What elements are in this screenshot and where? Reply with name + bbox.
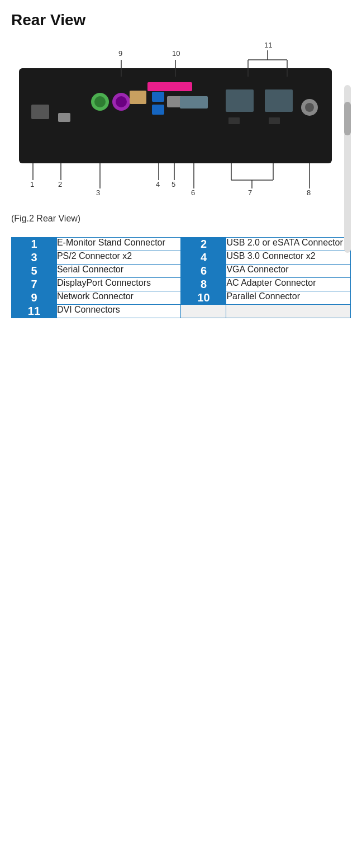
row-2-right-label: USB 3.0 Connector x2 [226,251,351,265]
svg-text:11: 11 [264,41,272,49]
row-5-left-num: 9 [12,291,57,305]
row-1-left-num: 1 [12,238,57,251]
svg-text:10: 10 [172,49,180,58]
row-5-left-label: Network Connector [56,291,181,305]
svg-rect-20 [226,89,254,112]
svg-rect-17 [147,82,192,91]
fig-caption: (Fig.2 Rear View) [11,214,351,224]
connector-table: 1E-Monitor Stand Connector2USB 2.0 or eS… [11,237,351,318]
svg-rect-26 [58,113,70,122]
svg-text:4: 4 [156,180,160,188]
svg-rect-27 [31,105,49,119]
row-1-left-label: E-Monitor Stand Connector [56,238,181,251]
svg-rect-14 [130,91,146,104]
row-1-right-label: USB 2.0 or eSATA Connector [226,238,351,251]
svg-rect-23 [269,117,280,124]
svg-text:1: 1 [30,180,34,188]
rear-view-diagram: 9 10 11 [13,40,349,197]
row-4-right-label: AC Adapter Connector [226,278,351,291]
row-1-right-num: 2 [181,238,226,251]
row-2-left-num: 3 [12,251,57,265]
row-4-left-label: DisplayPort Connectors [56,278,181,291]
row-6-right-label [226,305,351,318]
row-3-right-label: VGA Connector [226,265,351,278]
row-3-left-num: 5 [12,265,57,278]
row-3-right-num: 6 [181,265,226,278]
row-3-left-label: Serial Connector [56,265,181,278]
svg-text:5: 5 [172,180,175,188]
page-title: Rear View [11,11,351,29]
svg-point-11 [94,96,106,107]
svg-text:8: 8 [307,188,311,197]
svg-point-13 [116,96,127,107]
svg-text:2: 2 [58,180,62,188]
row-4-right-num: 8 [181,278,226,291]
svg-rect-21 [265,89,293,112]
svg-rect-15 [152,92,164,102]
svg-text:6: 6 [191,188,195,197]
svg-text:7: 7 [248,188,252,197]
row-6-left-label: DVI Connectors [56,305,181,318]
svg-text:9: 9 [118,49,122,58]
row-5-right-num: 10 [181,291,226,305]
row-2-right-num: 4 [181,251,226,265]
svg-rect-19 [180,96,208,108]
diagram-container: 9 10 11 [11,40,351,197]
row-6-right-num [181,305,226,318]
svg-rect-22 [228,117,240,124]
scrollbar-thumb[interactable] [344,102,351,135]
row-4-left-num: 7 [12,278,57,291]
svg-rect-16 [152,105,164,115]
row-6-left-num: 11 [12,305,57,318]
row-5-right-label: Parallel Connector [226,291,351,305]
row-2-left-label: PS/2 Connector x2 [56,251,181,265]
scrollbar[interactable] [344,85,351,253]
svg-point-25 [305,103,314,112]
svg-text:3: 3 [96,188,100,197]
